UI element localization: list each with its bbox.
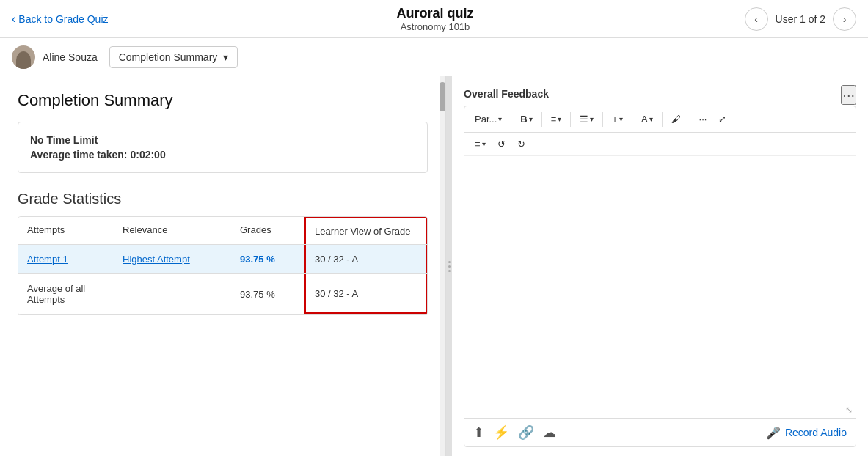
scrollbar-thumb[interactable]	[440, 82, 445, 111]
left-panel: Completion Summary No Time Limit Average…	[0, 76, 446, 456]
list-button[interactable]: ☰ ▾	[575, 111, 598, 128]
list-icon: ☰	[580, 114, 588, 125]
scrollbar-track[interactable]	[440, 76, 445, 456]
quiz-title: Auroral quiz	[126, 6, 745, 21]
upload-button[interactable]: ⬆	[473, 424, 484, 441]
bold-icon: B	[520, 114, 527, 125]
user-navigation: ‹ User 1 of 2 ›	[745, 7, 856, 31]
user-name-label: Aline Souza	[43, 51, 98, 63]
more-toolbar-icon: ···	[699, 114, 707, 125]
no-time-limit-label: No Time Limit	[30, 134, 415, 146]
insert-button[interactable]: + ▾	[608, 111, 627, 128]
font-chevron-icon: ▾	[649, 115, 653, 123]
redo-icon: ↻	[517, 139, 525, 150]
format-button[interactable]: ≡ ▾	[470, 136, 490, 152]
splitter-dot	[448, 261, 451, 263]
link-button[interactable]: 🔗	[518, 424, 534, 441]
toolbar-divider	[541, 112, 542, 127]
more-toolbar-button[interactable]: ···	[695, 111, 712, 128]
toolbar-divider	[511, 112, 511, 127]
avatar	[12, 45, 35, 69]
cell-grades-1: 93.75 %	[231, 245, 304, 273]
mic-icon: 🎤	[766, 426, 781, 440]
user-count: User 1 of 2	[776, 13, 825, 25]
paint-button[interactable]: 🖌	[667, 111, 685, 128]
splitter-dot	[448, 265, 451, 268]
back-link-label: Back to Grade Quiz	[18, 13, 108, 25]
redo-button[interactable]: ↻	[513, 136, 530, 152]
link-icon: 🔗	[518, 424, 534, 441]
back-to-grade-quiz-link[interactable]: ‹ Back to Grade Quiz	[12, 12, 109, 26]
subheader: Aline Souza Completion Summary ▾	[0, 38, 868, 76]
info-box: No Time Limit Average time taken: 0:02:0…	[18, 122, 428, 173]
cell-grades-avg: 93.75 %	[231, 274, 304, 314]
right-panel: ··· Overall Feedback Par... ▾ B ▾ ≡ ▾	[452, 76, 868, 456]
format-chevron-icon: ▾	[482, 140, 486, 148]
attempt-1-link[interactable]: Attempt 1	[27, 254, 68, 265]
quiz-subtitle: Astronomy 101b	[126, 21, 745, 32]
cell-relevance-1: Highest Attempt	[114, 245, 231, 273]
col-head-learner-view: Learner View of Grade	[304, 217, 427, 244]
main-layout: Completion Summary No Time Limit Average…	[0, 76, 868, 456]
more-options-button[interactable]: ···	[841, 85, 856, 105]
par-chevron-icon: ▾	[498, 115, 502, 123]
undo-icon: ↺	[497, 139, 506, 150]
cell-relevance-avg	[114, 274, 231, 314]
record-audio-label: Record Audio	[785, 427, 847, 438]
avg-time-row: Average time taken: 0:02:00	[30, 149, 415, 161]
avg-time-label: Average time taken:	[30, 149, 128, 161]
cell-learner-view-1: 30 / 32 - A	[304, 245, 427, 273]
list-chevron-icon: ▾	[590, 115, 594, 123]
toolbar-divider	[602, 112, 603, 127]
next-user-button[interactable]: ›	[833, 7, 856, 31]
prev-user-button[interactable]: ‹	[745, 7, 768, 31]
paragraph-style-button[interactable]: Par... ▾	[470, 111, 506, 128]
avatar-figure	[16, 51, 31, 69]
resize-handle-icon: ⤡	[845, 405, 853, 415]
dropdown-label: Completion Summary	[119, 51, 218, 63]
paint-icon: 🖌	[671, 114, 681, 125]
editor-toolbar-row1: Par... ▾ B ▾ ≡ ▾ ☰ ▾	[464, 106, 856, 133]
completion-summary-dropdown[interactable]: Completion Summary ▾	[109, 46, 238, 68]
next-arrow-icon: ›	[843, 13, 847, 25]
quiz-title-block: Auroral quiz Astronomy 101b	[126, 6, 745, 32]
header: ‹ Back to Grade Quiz Auroral quiz Astron…	[0, 0, 868, 38]
grade-statistics-title: Grade Statistics	[18, 191, 428, 207]
bold-button[interactable]: B ▾	[516, 111, 536, 128]
toolbar-divider	[632, 112, 632, 127]
col-head-relevance: Relevance	[114, 217, 231, 244]
completion-summary-title: Completion Summary	[18, 91, 428, 110]
align-button[interactable]: ≡ ▾	[547, 111, 566, 128]
highest-attempt-link[interactable]: Highest Attempt	[123, 254, 190, 265]
grade-table: Attempts Relevance Grades Learner View o…	[18, 216, 428, 315]
font-icon: A	[641, 114, 648, 125]
expand-icon: ⤢	[718, 114, 726, 125]
splitter-dots	[448, 261, 451, 272]
splitter-dot	[448, 270, 451, 272]
col-head-grades: Grades	[231, 217, 304, 244]
editor-toolbar-row2: ≡ ▾ ↺ ↻	[464, 133, 856, 156]
expand-button[interactable]: ⤢	[714, 111, 731, 128]
format-icon: ≡	[475, 139, 481, 150]
cell-learner-view-avg: 30 / 32 - A	[304, 274, 427, 314]
back-chevron-icon: ‹	[12, 12, 15, 26]
lightning-icon: ⚡	[493, 424, 509, 441]
font-button[interactable]: A ▾	[637, 111, 657, 128]
table-row: Attempt 1 Highest Attempt 93.75 % 30 / 3…	[18, 245, 427, 274]
prev-arrow-icon: ‹	[754, 13, 758, 25]
cell-attempt-1: Attempt 1	[18, 245, 114, 273]
avg-time-value: 0:02:00	[130, 149, 165, 161]
panel-splitter[interactable]	[446, 76, 452, 456]
cloud-button[interactable]: ☁	[543, 424, 556, 441]
align-chevron-icon: ▾	[558, 115, 561, 123]
editor-body[interactable]: ⤡	[464, 156, 856, 418]
record-audio-button[interactable]: 🎤 Record Audio	[766, 426, 847, 440]
table-header-row: Attempts Relevance Grades Learner View o…	[18, 217, 427, 245]
table-row: Average of all Attempts 93.75 % 30 / 32 …	[18, 274, 427, 315]
undo-button[interactable]: ↺	[493, 136, 510, 152]
feedback-editor: Par... ▾ B ▾ ≡ ▾ ☰ ▾	[464, 106, 856, 447]
lightning-button[interactable]: ⚡	[493, 424, 509, 441]
paragraph-label: Par...	[475, 114, 497, 125]
toolbar-divider	[690, 112, 690, 127]
editor-footer: ⬆ ⚡ 🔗 ☁ 🎤 Record Audio	[464, 418, 856, 446]
